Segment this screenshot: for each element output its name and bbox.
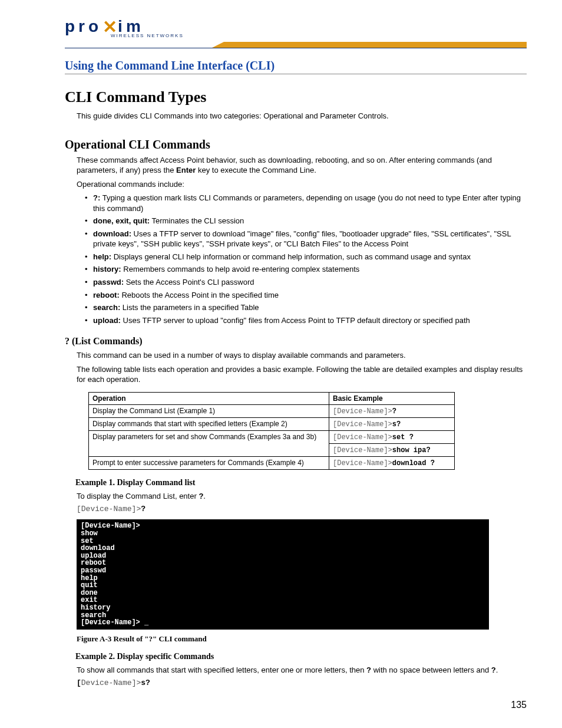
example1-text: To display the Command List, enter ?. (77, 491, 527, 502)
table-cell-operation: Display commands that start with specifi… (89, 417, 329, 430)
operations-table: Operation Basic Example Display the Comm… (88, 392, 455, 470)
page-number: 135 (511, 700, 527, 710)
header-divider (65, 42, 527, 48)
table-row: Display the Command List (Example 1)[Dev… (89, 404, 455, 417)
table-row: Display commands that start with specifi… (89, 417, 455, 430)
operational-command-list: ?: Typing a question mark lists CLI Comm… (85, 193, 527, 325)
list-item: passwd: Sets the Access Point's CLI pass… (85, 277, 527, 288)
list-item: search: Lists the parameters in a specif… (85, 302, 527, 313)
figure-caption: Figure A-3 Result of "?" CLI command (77, 634, 527, 644)
table-cell-example: [Device-Name]>s? (329, 417, 455, 430)
table-header-operation: Operation (89, 392, 329, 404)
list-item: help: Displays general CLI help informat… (85, 252, 527, 262)
table-row: Display parameters for set and show Comm… (89, 430, 455, 443)
operational-heading: Operational CLI Commands (65, 138, 527, 151)
table-cell-operation: Display parameters for set and show Comm… (89, 430, 329, 456)
logo-x-icon: ✕ (103, 18, 117, 36)
operational-intro-1: These commands affect Access Point behav… (77, 155, 527, 176)
logo-text-left: pro (65, 18, 102, 35)
list-item: history: Remembers commands to help avoi… (85, 264, 527, 275)
list-item: ?: Typing a question mark lists CLI Comm… (85, 193, 527, 213)
table-row: Prompt to enter successive parameters fo… (89, 456, 455, 469)
table-cell-example: [Device-Name]>download ? (329, 456, 455, 469)
example2-code: [Device-Name]>s? (77, 678, 527, 687)
logo-subtitle: WIRELESS NETWORKS (111, 33, 527, 38)
example2-heading: Example 2. Display specific Commands (75, 652, 527, 661)
page-heading: CLI Command Types (65, 88, 527, 106)
example1-heading: Example 1. Display Command list (75, 478, 527, 487)
list-item: download: Uses a TFTP server to download… (85, 229, 527, 249)
section-title: Using the Command Line Interface (CLI) (65, 59, 527, 74)
example2-text: To show all commands that start with spe… (77, 665, 527, 676)
table-cell-operation: Prompt to enter successive parameters fo… (89, 456, 329, 469)
terminal-output: [Device-Name]> show set download upload … (77, 519, 489, 629)
intro-text: This guide divides CLI Commands into two… (77, 111, 527, 121)
table-cell-example: [Device-Name]>show ipa? (329, 443, 455, 456)
list-item: reboot: Reboots the Access Point in the … (85, 290, 527, 301)
logo-block: pro✕im WIRELESS NETWORKS (65, 18, 527, 38)
list-commands-heading: ? (List Commands) (65, 336, 527, 347)
list-commands-p1: This command can be used in a number of … (77, 350, 527, 361)
operational-intro-2: Operational commands include: (77, 179, 527, 190)
table-cell-example: [Device-Name]>set ? (329, 430, 455, 443)
list-item: upload: Uses TFTP server to upload "conf… (85, 315, 527, 326)
table-cell-operation: Display the Command List (Example 1) (89, 404, 329, 417)
table-header-example: Basic Example (329, 392, 455, 404)
logo-text-right: im (118, 18, 144, 35)
list-item: done, exit, quit: Terminates the CLI ses… (85, 216, 527, 226)
table-cell-example: [Device-Name]>? (329, 404, 455, 417)
example1-code: [Device-Name]>? (77, 505, 527, 513)
list-commands-p2: The following table lists each operation… (77, 364, 527, 385)
